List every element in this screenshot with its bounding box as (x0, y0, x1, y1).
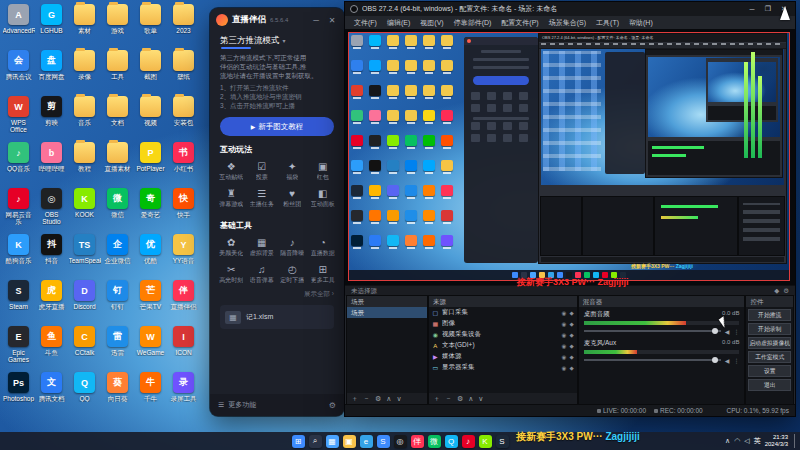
desktop-icon[interactable]: 直播素材 (101, 140, 134, 186)
close-icon[interactable]: ✕ (326, 16, 338, 25)
desktop-icon[interactable]: 安装包 (167, 94, 200, 140)
move-up-icon[interactable]: ∧ (386, 393, 391, 404)
lock-icon[interactable]: ◆ (569, 343, 573, 349)
desktop-icon[interactable]: CCCtalk (68, 324, 101, 370)
speaker-icon[interactable]: ◀ (725, 328, 730, 335)
tutorial-button[interactable]: ▶ 新手图文教程 (220, 117, 334, 136)
companion-tool-item[interactable]: ✿美颜美化 (216, 234, 247, 261)
companion-tool-item[interactable]: ◴定时下播 (277, 261, 308, 288)
lock-all-icon[interactable]: ◆ (774, 287, 779, 295)
desktop-icon[interactable]: EEpic Games (2, 324, 35, 370)
taskbar-icon-edge[interactable]: e (360, 435, 373, 448)
menu-item[interactable]: 编辑(E) (382, 18, 415, 28)
visibility-icon[interactable]: ◉ (562, 310, 567, 316)
menu-item[interactable]: 场景集合(S) (544, 18, 591, 28)
desktop-icon[interactable]: TSTeamSpeak (68, 232, 101, 278)
desktop-icon[interactable]: SSteam (2, 278, 35, 324)
desktop-icon[interactable]: YYY语音 (167, 232, 200, 278)
menu-item[interactable]: 帮助(H) (624, 18, 658, 28)
show-desktop-button[interactable] (794, 434, 797, 448)
taskbar-icon-start[interactable]: ⊞ (292, 435, 305, 448)
visibility-icon[interactable]: ◉ (562, 343, 567, 349)
speaker-icon[interactable]: ◀ (725, 357, 730, 364)
desktop-icon[interactable]: DDiscord (68, 278, 101, 324)
desktop-icon[interactable]: 伴直播伴侣 (167, 278, 200, 324)
remove-icon[interactable]: － (363, 393, 370, 404)
visibility-icon[interactable]: ◉ (562, 321, 567, 327)
volume-slider[interactable] (584, 359, 721, 361)
tray-chevron-icon[interactable]: ∧ (725, 437, 730, 445)
desktop-icon[interactable]: 微微信 (101, 186, 134, 232)
properties-icon[interactable]: ⚙ (375, 393, 381, 404)
minimize-icon[interactable]: ─ (310, 16, 322, 25)
desktop-icon[interactable]: 壁纸 (167, 48, 200, 94)
taskbar-icon-search[interactable]: ⌕ (309, 435, 322, 448)
remove-icon[interactable]: － (445, 393, 452, 404)
control-button[interactable]: 开始录制 (748, 323, 791, 335)
desktop-icon[interactable]: 歌单 (134, 2, 167, 48)
source-row[interactable]: ▦图像◉◆ (429, 318, 577, 329)
desktop-icon[interactable]: KKOOK (68, 186, 101, 232)
companion-tool-item[interactable]: ☰主播任务 (247, 185, 278, 212)
properties-icon[interactable]: ⚙ (457, 393, 463, 404)
desktop-icon[interactable]: 芒芒果TV (134, 278, 167, 324)
menu-item[interactable]: 工具(T) (591, 18, 624, 28)
source-row[interactable]: ▢窗口采集◉◆ (429, 307, 577, 318)
scene-item[interactable]: 场景 (347, 307, 427, 318)
companion-tool-item[interactable]: ❖互动贴纸 (216, 158, 247, 185)
desktop-icon[interactable]: 剪剪映 (35, 94, 68, 140)
clock[interactable]: 21:33 2024/3/3 (765, 434, 788, 448)
companion-tool-item[interactable]: ♪隔音降噪 (277, 234, 308, 261)
source-row[interactable]: ▭显示器采集◉◆ (429, 362, 577, 373)
desktop-icon[interactable]: WWeGame (134, 324, 167, 370)
source-row[interactable]: ▶媒体源◉◆ (429, 351, 577, 362)
lock-icon[interactable]: ◆ (569, 365, 573, 371)
channel-settings-icon[interactable]: ⋮ (733, 328, 739, 335)
visibility-icon[interactable]: ◉ (562, 332, 567, 338)
desktop-icon[interactable]: AAdvancedRun (2, 2, 35, 48)
move-up-icon[interactable]: ∧ (468, 393, 473, 404)
menu-item[interactable]: 配置文件(P) (496, 18, 543, 28)
companion-tool-item[interactable]: ♥粉丝团 (277, 185, 308, 212)
move-down-icon[interactable]: ∨ (478, 393, 483, 404)
maximize-icon[interactable]: ❐ (762, 5, 774, 13)
control-button[interactable]: 退出 (748, 379, 791, 391)
obs-scene-capture[interactable]: OBS 27.2.4 (64-bit, windows) - 配置文件: 未命名… (349, 33, 789, 280)
desktop-icon[interactable]: 奇爱奇艺 (134, 186, 167, 232)
minimize-icon[interactable]: ─ (746, 6, 758, 13)
desktop-icon[interactable]: QQQ (68, 370, 101, 416)
show-all-link[interactable]: 展示全部 › (210, 288, 344, 301)
taskbar-icon-qq[interactable]: Q (445, 435, 458, 448)
desktop-icon[interactable]: ♪QQ音乐 (2, 140, 35, 186)
desktop-icon[interactable]: 会腾讯会议 (2, 48, 35, 94)
taskbar-icon-explorer[interactable]: ▣ (343, 435, 356, 448)
gear-icon[interactable]: ⚙ (329, 401, 336, 410)
companion-tool-item[interactable]: ✂高光时刻 (216, 261, 247, 288)
more-features-link[interactable]: 更多功能 (228, 400, 256, 410)
ime-indicator[interactable]: 英 (754, 436, 761, 446)
wifi-icon[interactable]: ◠ (734, 437, 740, 445)
menu-item[interactable]: 文件(F) (349, 18, 382, 28)
desktop-icon[interactable]: 素材 (68, 2, 101, 48)
taskbar-icon-kook[interactable]: K (479, 435, 492, 448)
visibility-icon[interactable]: ◉ (562, 365, 567, 371)
desktop-icon[interactable]: ♪网易云音乐 (2, 186, 35, 232)
companion-tool-item[interactable]: ◔直播数据 (308, 234, 339, 261)
slider-knob[interactable] (712, 328, 718, 334)
desktop-icon[interactable]: 教程 (68, 140, 101, 186)
taskbar-icon-store[interactable]: S (377, 435, 390, 448)
desktop-icon[interactable]: b哔哩哔哩 (35, 140, 68, 186)
desktop-icon[interactable]: ◎OBS Studio (35, 186, 68, 232)
desktop-icon[interactable]: 葵向日葵 (101, 370, 134, 416)
companion-tool-item[interactable]: ♫语音弹幕 (247, 261, 278, 288)
desktop-icon[interactable]: 文档 (101, 94, 134, 140)
companion-tool-item[interactable]: ◧互动面板 (308, 185, 339, 212)
source-row[interactable]: ◉视频采集设备◉◆ (429, 329, 577, 340)
desktop-icon[interactable]: WWPS Office (2, 94, 35, 140)
control-button[interactable]: 启动虚拟摄像机 (748, 337, 791, 349)
desktop-icon[interactable]: 企企业微信 (101, 232, 134, 278)
toolbar-gear-icon[interactable]: ⚙ (783, 287, 789, 295)
desktop-icon[interactable]: PPotPlayer (134, 140, 167, 186)
source-row[interactable]: A文本(GDI+)◉◆ (429, 340, 577, 351)
companion-tool-item[interactable]: ⊞更多工具 (308, 261, 339, 288)
